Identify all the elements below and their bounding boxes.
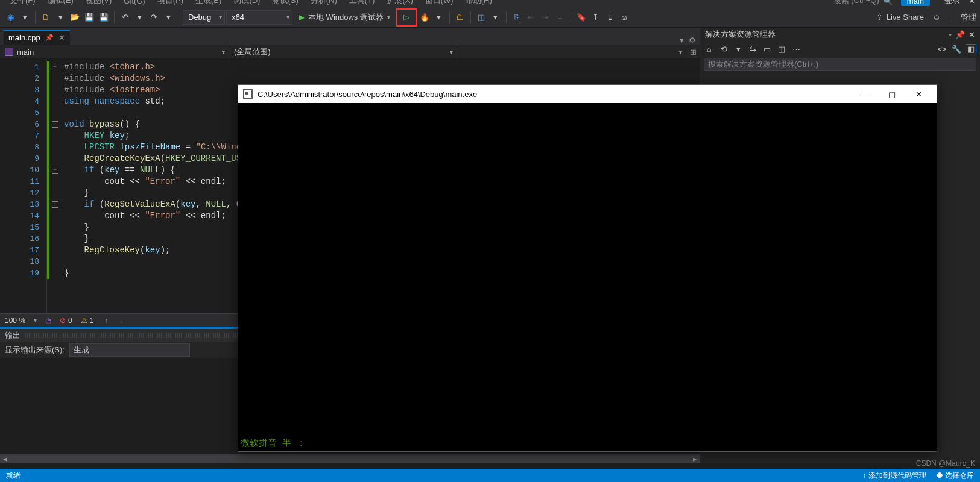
menu-build[interactable]: 生成(B) bbox=[191, 0, 226, 6]
scope-dropdown-1[interactable]: main bbox=[0, 45, 229, 58]
code-icon[interactable]: <> bbox=[937, 45, 947, 54]
scope-dropdown-2[interactable]: (全局范围) bbox=[229, 45, 457, 58]
chevron-down-icon[interactable]: ▾ bbox=[733, 45, 744, 54]
bookmark-icon[interactable]: 🔖 bbox=[575, 11, 588, 24]
source-control-add[interactable]: ↑ 添加到源代码管理 bbox=[862, 471, 926, 481]
file-tab-main[interactable]: main.cpp 📌 ✕ bbox=[4, 30, 70, 45]
global-search[interactable]: 搜索 (Ctrl+Q) 🔍 bbox=[833, 0, 893, 6]
menu-analyze[interactable]: 分析(N) bbox=[306, 0, 342, 6]
bookmark-clear-icon[interactable]: ⦻ bbox=[618, 11, 631, 24]
fold-column[interactable]: − − − − bbox=[49, 59, 60, 313]
config-dropdown[interactable]: Debug bbox=[183, 10, 225, 25]
chevron-down-icon[interactable]: ▾ bbox=[162, 11, 175, 24]
manage-label[interactable]: 管理 bbox=[961, 12, 976, 23]
nav-down-icon[interactable]: ↓ bbox=[119, 316, 122, 325]
solution-search[interactable]: 搜索解决方案资源管理器(Ctrl+;) bbox=[704, 58, 976, 71]
ime-status: 微软拼音 半 ： bbox=[241, 437, 306, 449]
console-body[interactable]: 微软拼音 半 ： bbox=[238, 103, 937, 451]
chevron-down-icon[interactable]: ▾ bbox=[949, 31, 952, 38]
output-h-scrollbar[interactable]: ◂ ▸ bbox=[0, 454, 700, 463]
bookmark-next-icon[interactable]: ⤓ bbox=[604, 11, 617, 24]
menu-extensions[interactable]: 扩展(X) bbox=[382, 0, 417, 6]
warning-icon: ⚠ bbox=[81, 316, 87, 325]
menu-test[interactable]: 测试(S) bbox=[267, 0, 303, 6]
maximize-button[interactable]: ▢ bbox=[879, 85, 905, 103]
save-all-icon[interactable]: 💾 bbox=[97, 11, 110, 24]
pin-icon[interactable]: 📌 bbox=[955, 30, 965, 39]
play-outline-icon[interactable]: ▷ bbox=[400, 11, 413, 24]
menu-debug[interactable]: 调试(D) bbox=[229, 0, 265, 6]
console-titlebar[interactable]: C:\Users\Administrator\source\repos\main… bbox=[238, 85, 937, 103]
console-title-text: C:\Users\Administrator\source\repos\main… bbox=[258, 90, 852, 99]
chevron-down-icon[interactable]: ▾ bbox=[680, 36, 684, 45]
zoom-level[interactable]: 100 % bbox=[5, 316, 25, 325]
new-folder-icon[interactable]: 🗀 bbox=[454, 11, 467, 24]
chevron-down-icon[interactable]: ▾ bbox=[34, 317, 37, 324]
health-icon[interactable]: ◔ bbox=[45, 316, 51, 325]
close-icon[interactable]: ✕ bbox=[58, 33, 65, 42]
filter-icon[interactable]: ⋯ bbox=[791, 45, 801, 54]
menu-edit[interactable]: 编辑(E) bbox=[43, 0, 78, 6]
menu-project[interactable]: 项目(P) bbox=[153, 0, 188, 6]
login-button[interactable]: 登录 bbox=[938, 0, 966, 6]
scope-dropdown-3[interactable] bbox=[457, 45, 686, 58]
home-icon[interactable]: ⌂ bbox=[704, 45, 715, 54]
undo-icon[interactable]: ↶ bbox=[118, 11, 131, 24]
chevron-down-icon[interactable]: ▾ bbox=[133, 11, 146, 24]
separator bbox=[449, 11, 450, 23]
branch-indicator[interactable]: main bbox=[901, 0, 930, 6]
show-all-icon[interactable]: ▭ bbox=[762, 45, 773, 54]
menu-view[interactable]: 视图(V) bbox=[81, 0, 116, 6]
open-icon[interactable]: 📂 bbox=[68, 11, 81, 24]
solution-explorer-header: 解决方案资源管理器 ▾ 📌 ✕ bbox=[700, 28, 980, 41]
nav-bar: main (全局范围) ⊞ bbox=[0, 45, 700, 59]
start-debug-button[interactable]: ▶ 本地 Windows 调试器 ▾ bbox=[294, 10, 395, 25]
menu-window[interactable]: 窗口(W) bbox=[420, 0, 458, 6]
indent-icon[interactable]: ⎘ bbox=[510, 11, 523, 24]
sync-icon[interactable]: ⇆ bbox=[747, 45, 758, 54]
account-icon[interactable]: ✕ bbox=[969, 0, 975, 5]
pin-icon[interactable]: 📌 bbox=[45, 34, 54, 42]
scroll-left-icon[interactable]: ◂ bbox=[0, 454, 10, 463]
minimize-button[interactable]: — bbox=[852, 85, 879, 103]
live-share-label: Live Share bbox=[887, 13, 924, 22]
menu-help[interactable]: 帮助(H) bbox=[461, 0, 497, 6]
repo-select[interactable]: ◆ 选择仓库 bbox=[936, 471, 974, 481]
indent2-icon[interactable]: ⇥ bbox=[539, 11, 552, 24]
chevron-down-icon[interactable]: ▾ bbox=[387, 14, 390, 20]
window-icon[interactable]: ◫ bbox=[475, 11, 488, 24]
redo-icon[interactable]: ↷ bbox=[147, 11, 160, 24]
nav-back-icon[interactable]: ◉ bbox=[4, 11, 17, 24]
nav-fwd-icon[interactable]: ▾ bbox=[18, 11, 31, 24]
gear-icon[interactable]: ⚙ bbox=[689, 36, 696, 45]
menu-tools[interactable]: 工具(T) bbox=[344, 0, 380, 6]
chevron-down-icon[interactable]: ▾ bbox=[489, 11, 502, 24]
scroll-right-icon[interactable]: ▸ bbox=[690, 454, 700, 463]
menu-file[interactable]: 文件(F) bbox=[5, 0, 40, 6]
error-count[interactable]: ⊘ 0 bbox=[60, 316, 72, 325]
output-src-label: 显示输出来源(S): bbox=[5, 345, 65, 355]
save-icon[interactable]: 💾 bbox=[83, 11, 96, 24]
warning-count[interactable]: ⚠ 1 bbox=[81, 316, 94, 325]
menu-git[interactable]: Git(G) bbox=[119, 0, 150, 5]
nav-up-icon[interactable]: ↑ bbox=[104, 316, 108, 325]
refresh-icon[interactable]: ◫ bbox=[776, 45, 787, 54]
chevron-down-icon[interactable]: ▾ bbox=[54, 11, 67, 24]
platform-dropdown[interactable]: x64 bbox=[226, 10, 292, 25]
feedback-icon[interactable]: ☺ bbox=[930, 11, 943, 24]
outdent-icon[interactable]: ⇤ bbox=[525, 11, 538, 24]
collapse-icon[interactable]: ⟲ bbox=[718, 45, 729, 54]
chevron-down-icon[interactable]: ▾ bbox=[432, 11, 446, 24]
live-share-button[interactable]: ⇪ Live Share bbox=[876, 13, 924, 22]
new-item-icon[interactable]: 🗋 bbox=[39, 11, 52, 24]
comment-icon[interactable]: ≡ bbox=[554, 11, 567, 24]
output-src-dropdown[interactable]: 生成 bbox=[69, 343, 190, 357]
close-button[interactable]: ✕ bbox=[905, 85, 932, 103]
split-icon[interactable]: ⊞ bbox=[686, 45, 700, 58]
bookmark-prev-icon[interactable]: ⤒ bbox=[589, 11, 602, 24]
hot-reload-icon[interactable]: 🔥 bbox=[418, 11, 431, 24]
view-toggle-icon[interactable]: ◧ bbox=[966, 44, 976, 54]
line-gutter: 12345 678910 1112131415 16171819 bbox=[0, 59, 47, 313]
close-icon[interactable]: ✕ bbox=[969, 30, 975, 39]
wrench-icon[interactable]: 🔧 bbox=[951, 45, 962, 54]
